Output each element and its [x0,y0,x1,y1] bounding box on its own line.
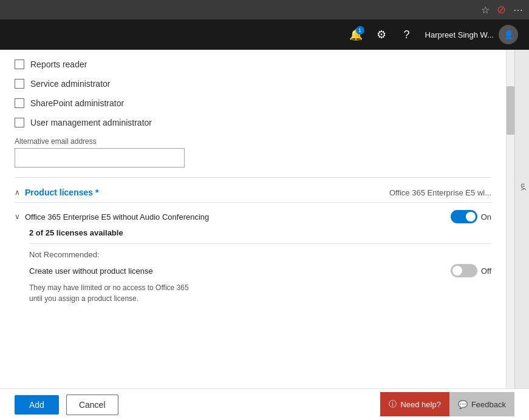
section-divider-1 [15,177,491,178]
not-recommended-label: Not Recommended: [29,250,491,259]
notification-badge: 1 [356,26,364,35]
license-item-o365e5: ∨ Office 365 Enterprise E5 without Audio… [15,210,491,304]
checkbox-sharepoint-admin-input[interactable] [15,98,24,108]
star-icon[interactable]: ☆ [481,4,490,16]
create-user-toggle-thumb [452,266,462,276]
feedback-button[interactable]: 💬 Feedback [449,392,514,416]
create-user-toggle[interactable] [451,264,477,277]
create-user-toggle-track [451,264,477,277]
checkbox-service-admin-input[interactable] [15,79,24,89]
warning-text: They may have limited or no access to Of… [29,282,491,304]
avatar: 👤 [499,25,518,44]
product-licenses-subtitle: Office 365 Enterprise E5 wi... [389,188,491,197]
notification-bell-button[interactable]: 🔔 1 [345,24,367,46]
red-circle-icon[interactable]: ⊘ [497,3,506,16]
checkbox-service-admin-label: Service administrator [30,79,111,89]
license-item-header: ∨ Office 365 Enterprise E5 without Audio… [15,210,491,223]
help-circle-icon: ⓘ [389,399,397,410]
main-content: Reports reader Service administrator Sha… [0,50,529,420]
bottom-right-help-feedback: ⓘ Need help? 💬 Feedback [380,388,514,420]
form-panel: Reports reader Service administrator Sha… [0,50,506,420]
user-menu[interactable]: Harpreet Singh W... 👤 [421,25,522,44]
help-button[interactable]: ? [396,24,418,46]
license-toggle-label: On [481,212,491,222]
user-display-name: Harpreet Singh W... [425,30,494,39]
right-panel-text: yn [519,183,526,191]
cancel-button[interactable]: Cancel [66,395,118,415]
checkbox-user-management-admin-input[interactable] [15,118,24,127]
feedback-icon: 💬 [458,400,468,409]
licenses-available-text: 2 of 25 licenses available [29,228,491,244]
license-toggle-track [451,210,477,223]
license-toggle[interactable] [451,210,477,223]
product-licenses-collapse-icon[interactable]: ∧ [15,188,20,197]
checkbox-sharepoint-admin: SharePoint administrator [15,98,491,108]
bottom-bar: Add Cancel ⓘ Need help? 💬 Feedback [0,388,529,420]
settings-button[interactable]: ⚙ [370,24,392,46]
scrollbar-track[interactable] [506,50,514,420]
product-licenses-section-header: ∧ Product licenses * Office 365 Enterpri… [15,188,491,203]
create-user-without-license-label: Create user without product license [29,266,451,276]
license-toggle-container: On [451,210,491,223]
checkbox-service-admin: Service administrator [15,79,491,89]
checkbox-reports-reader-label: Reports reader [30,59,87,69]
license-toggle-thumb [466,212,476,222]
create-user-toggle-container: Off [451,264,491,277]
avatar-icon: 👤 [503,30,514,39]
create-user-toggle-label: Off [481,266,491,276]
license-item-chevron-icon[interactable]: ∨ [15,212,20,221]
license-item-name: Office 365 Enterprise E5 without Audio C… [25,212,446,222]
checkbox-reports-reader-input[interactable] [15,59,24,69]
more-icon[interactable]: ⋯ [513,4,523,16]
feedback-label: Feedback [471,400,506,409]
scrollbar-thumb[interactable] [507,86,514,135]
need-help-label: Need help? [400,400,441,409]
browser-chrome: ☆ ⊘ ⋯ [0,0,529,19]
add-button[interactable]: Add [15,395,59,415]
alt-email-input[interactable] [15,148,185,168]
app-header: 🔔 1 ⚙ ? Harpreet Singh W... 👤 [0,19,529,50]
need-help-button[interactable]: ⓘ Need help? [380,392,449,416]
checkbox-reports-reader: Reports reader [15,59,491,69]
right-panel-indicator: yn [514,50,529,420]
create-user-without-license-row: Create user without product license Off [29,264,491,277]
product-licenses-title[interactable]: Product licenses * [25,188,98,197]
gear-icon: ⚙ [377,28,386,41]
alt-email-label: Alternative email address [15,137,491,146]
question-icon: ? [404,29,410,41]
checkbox-user-management-admin: User management administrator [15,118,491,127]
checkbox-sharepoint-admin-label: SharePoint administrator [30,98,124,108]
checkbox-user-management-admin-label: User management administrator [30,118,152,127]
